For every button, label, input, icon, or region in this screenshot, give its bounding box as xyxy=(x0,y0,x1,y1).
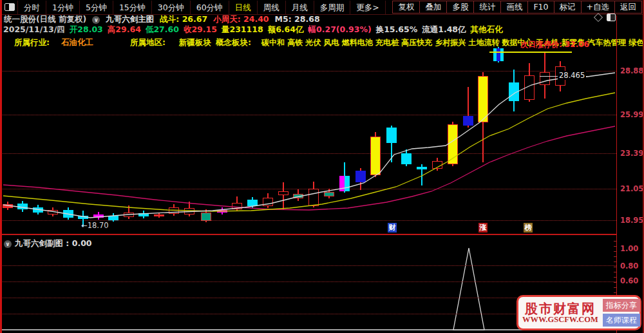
toolbar-item-1分钟[interactable]: 1分钟 xyxy=(46,1,80,14)
candle xyxy=(540,72,550,85)
sub-axis-label: 1.00 xyxy=(620,244,638,253)
candle xyxy=(355,171,366,182)
candle xyxy=(463,116,473,126)
low-price-label: ←18.70 xyxy=(81,221,109,230)
toolbar-item-5分钟[interactable]: 5分钟 xyxy=(80,1,113,14)
candle xyxy=(308,189,319,206)
region-value[interactable]: 新疆板块 xyxy=(179,37,211,48)
region-label: 所属地区: xyxy=(130,37,166,48)
period-tabs: 分时1分钟5分钟15分钟30分钟60分钟日线周线月线多周期更多> xyxy=(18,1,386,14)
candle xyxy=(17,204,28,209)
candle xyxy=(386,128,397,143)
diamond-icon[interactable] xyxy=(594,13,603,22)
axis-tick xyxy=(614,267,616,267)
badge-财: 财 xyxy=(388,223,397,233)
chevron-circle-icon[interactable]: ∨ xyxy=(4,240,12,248)
quote-field: 低27.60 xyxy=(146,24,179,35)
toolbar-button-统计[interactable]: 统计 xyxy=(473,1,501,14)
candle xyxy=(324,192,334,196)
toolbar-button-F10[interactable]: F10 xyxy=(527,1,554,14)
sub-chart-header[interactable]: ∨ 九哥六剑副图 : 0.00 xyxy=(4,238,92,249)
candle xyxy=(201,213,211,221)
quote-field: 幅0.27(0.93%) xyxy=(308,24,372,35)
toolbar-button-返回[interactable]: 返回 xyxy=(614,1,642,14)
sub-signal-spike xyxy=(453,248,484,330)
candle xyxy=(154,214,164,216)
candle xyxy=(448,124,458,164)
quote-field: 高29.64 xyxy=(108,24,141,35)
gridline xyxy=(0,71,616,71)
watermark-box: 股市财富网 WWW.GSCFW.COM 指标分享 名师课程 xyxy=(516,295,641,330)
row2-icons xyxy=(595,14,616,21)
candle xyxy=(78,216,88,219)
toolbar-item-15分钟[interactable]: 15分钟 xyxy=(113,1,152,14)
badge-榜: 榜 xyxy=(524,223,533,233)
layout-icon[interactable] xyxy=(607,14,616,21)
watermark-tag-2: 名师课程 xyxy=(603,314,640,327)
toolbar-item-多周期[interactable]: 多周期 xyxy=(314,1,351,14)
toolbar-item-月线[interactable]: 月线 xyxy=(286,1,314,14)
window-left-border xyxy=(0,0,2,333)
ma-value-label: 28.465 xyxy=(558,71,586,80)
candle-wick xyxy=(283,182,284,209)
candle xyxy=(124,213,134,217)
candle xyxy=(138,213,149,216)
toolbar-buttons: 复权叠加多股统计画线F10标记+自选返回 xyxy=(393,1,642,14)
price-axis-label: 25.99 xyxy=(620,110,643,119)
axis-tick xyxy=(614,292,616,293)
watermark-text: 股市财富网 WWW.GSCFW.COM xyxy=(522,301,598,325)
price-axis-line xyxy=(616,15,617,333)
candle xyxy=(401,153,412,164)
candle xyxy=(63,210,73,218)
split-pane-button[interactable] xyxy=(2,1,18,14)
quote-field: 量231118 xyxy=(222,24,263,35)
axis-tick xyxy=(614,246,616,247)
industry-value[interactable]: 石油化工 xyxy=(61,37,93,48)
indicator-value: M5: 28.68 xyxy=(275,14,320,25)
gridline xyxy=(0,115,616,115)
candle xyxy=(370,137,381,175)
candle xyxy=(3,204,13,208)
price-axis-label: 21.05 xyxy=(620,184,643,193)
indicator-value: 小周天: 24.40 xyxy=(213,14,269,25)
watermark-url: WWW.GSCFW.COM xyxy=(522,316,598,325)
main-indicator-name[interactable]: 九哥六剑主图 xyxy=(106,14,154,25)
sub-gridline xyxy=(0,281,616,282)
toolbar-item-60分钟[interactable]: 60分钟 xyxy=(191,1,229,14)
quote-field: 开28.03 xyxy=(70,24,103,35)
toolbar-item-日线[interactable]: 日线 xyxy=(229,1,258,14)
toolbar-item-30分钟[interactable]: 30分钟 xyxy=(152,1,191,14)
sub-indicator-name: 九哥六剑副图 : 0.00 xyxy=(15,238,92,249)
candle xyxy=(247,200,258,206)
quote-field: 额6.64亿 xyxy=(268,24,304,35)
candle xyxy=(108,216,118,220)
toolbar-button-画线[interactable]: 画线 xyxy=(500,1,528,14)
industry-label: 所属行业: xyxy=(14,37,50,48)
axis-tick xyxy=(614,241,616,242)
toolbar-item-周线[interactable]: 周线 xyxy=(258,1,286,14)
quote-field: 流通1.48亿 xyxy=(422,24,466,35)
indicator-values: 战斗: 26.67小周天: 24.40M5: 28.68 xyxy=(160,14,319,25)
sub-axis-label: 0.80 xyxy=(620,262,638,271)
toolbar-button-+自选[interactable]: +自选 xyxy=(581,1,615,14)
toolbar-button-标记[interactable]: 标记 xyxy=(554,1,582,14)
axis-tick xyxy=(614,262,616,262)
toolbar-button-叠加[interactable]: 叠加 xyxy=(419,1,447,14)
candle xyxy=(232,203,242,209)
toolbar-item-分时[interactable]: 分时 xyxy=(18,1,46,14)
panel-separator[interactable] xyxy=(0,234,617,235)
candle xyxy=(217,210,227,213)
axis-tick xyxy=(614,282,616,283)
chevron-circle-icon[interactable]: ∨ xyxy=(92,16,100,24)
stock-info-row: 统一股份(日线 前复权) ∨ 九哥六剑主图 战斗: 26.67小周天: 24.4… xyxy=(4,15,320,24)
quote-fields: 开28.03高29.64低27.60收29.15量231118额6.64亿幅0.… xyxy=(70,24,503,35)
toolbar-item-更多>[interactable]: 更多> xyxy=(350,1,385,14)
toolbar-button-多股[interactable]: 多股 xyxy=(446,1,474,14)
axis-tick xyxy=(614,256,616,257)
candle xyxy=(417,167,427,169)
toolbar-button-复权[interactable]: 复权 xyxy=(392,1,420,14)
candle xyxy=(169,207,179,214)
split-pane-icon xyxy=(5,3,15,11)
axis-tick xyxy=(614,277,616,278)
quote-date: 2025/11/13/四 xyxy=(3,24,65,35)
